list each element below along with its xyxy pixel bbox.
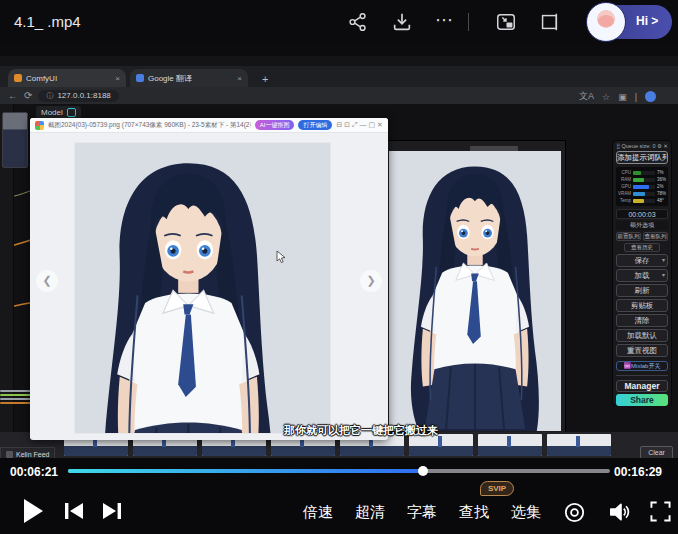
player-control-bar: 00:06:21 00:16:29 倍速 超清 字幕 查找 SVIP 选集	[0, 458, 678, 534]
tab-label: ComfyUI	[26, 74, 111, 83]
image-viewer-window: 截图2024(03)-05739.png (707×743像素 960KB) -…	[30, 118, 388, 440]
share-button[interactable]: Share	[616, 394, 668, 406]
view-queue-button[interactable]: 查看队列	[643, 232, 668, 241]
tab-close-icon[interactable]: ×	[237, 74, 242, 83]
more-options-icon[interactable]: ⋯	[435, 9, 457, 31]
video-player: 4.1_ .mp4 ⋯	[0, 0, 678, 534]
next-image-chevron[interactable]: ❯	[360, 270, 382, 292]
refresh-button[interactable]: 刷新	[616, 284, 668, 297]
save-button[interactable]: 保存▾	[616, 254, 668, 267]
url-box[interactable]: ⓘ 127.0.0.1:8188	[38, 90, 118, 102]
toolbar-divider	[468, 13, 469, 31]
open-edit-button[interactable]: 打开编辑	[298, 120, 332, 130]
volume-icon[interactable]	[608, 501, 631, 523]
share-icon[interactable]	[347, 11, 369, 33]
total-time: 00:16:29	[614, 465, 662, 479]
picture-in-picture-icon[interactable]	[495, 11, 517, 33]
viewed-photo[interactable]	[75, 143, 330, 433]
chevron-down-icon[interactable]: ▾	[662, 270, 665, 281]
load-button[interactable]: 加载▾	[616, 269, 668, 282]
mouse-cursor	[276, 250, 286, 264]
danmaku-ring-icon[interactable]	[564, 502, 585, 523]
profile-divider: |	[635, 92, 637, 102]
tab-google-translate[interactable]: Google 翻译 ×	[130, 69, 248, 87]
current-time: 00:06:21	[10, 465, 58, 479]
browser-profile-avatar[interactable]	[645, 91, 656, 102]
episodes-button[interactable]: 选集	[511, 503, 541, 522]
load-default-button[interactable]: 加载默认	[616, 329, 668, 342]
model-chip-label: Model	[41, 108, 63, 117]
translate-icon[interactable]: 文A	[579, 90, 594, 103]
fullscreen-icon[interactable]	[650, 501, 671, 522]
feed-chip-icon	[6, 451, 13, 458]
play-button[interactable]	[22, 498, 44, 524]
previous-image-chevron[interactable]: ❮	[36, 270, 58, 292]
site-info-icon[interactable]: ⓘ	[46, 92, 53, 99]
clear-button[interactable]: 清除	[616, 314, 668, 327]
url-text: 127.0.0.1:8188	[57, 91, 110, 100]
filmstrip-thumb[interactable]	[478, 434, 542, 456]
subtitle-button[interactable]: 字幕	[407, 503, 437, 522]
extensions-icon[interactable]: ▣	[618, 92, 627, 102]
tab-label: Google 翻译	[148, 73, 233, 84]
queue-size-label: Queue size: 0	[622, 143, 656, 149]
next-episode-button[interactable]	[102, 502, 122, 520]
model-chip-icon	[67, 108, 76, 117]
avatar-face	[598, 15, 614, 27]
mini-window-icon[interactable]	[538, 11, 560, 33]
ai-cutout-button[interactable]: AI一键抠图	[255, 120, 295, 130]
player-top-bar: 4.1_ .mp4 ⋯	[0, 0, 678, 44]
chevron-down-icon[interactable]: ▾	[662, 255, 665, 266]
elapsed-timer: 00:00:03	[616, 209, 668, 219]
speed-button[interactable]: 倍速	[303, 503, 333, 522]
viewer-window-controls[interactable]: ⊟ ⊡ ⤢ — ▢ ✕	[336, 121, 383, 129]
previous-episode-button[interactable]	[64, 502, 84, 520]
progress-knob[interactable]	[418, 466, 428, 476]
browser-tab-strip: ComfyUI × Google 翻译 × +	[0, 66, 678, 87]
account-label[interactable]: Hi >	[636, 14, 658, 28]
back-icon[interactable]: ←	[8, 91, 18, 101]
view-history-button[interactable]: 查看历史	[624, 243, 660, 252]
drag-handle-icon[interactable]: ⣿	[616, 143, 620, 149]
browser-address-bar: ← ⟳ ⓘ 127.0.0.1:8188 文A ☆ ▣ |	[0, 87, 678, 104]
clipboard-button[interactable]: 剪贴板	[616, 299, 668, 312]
queue-front-button[interactable]: 前置队列	[616, 232, 641, 241]
translate-favicon	[136, 74, 144, 82]
reset-view-button[interactable]: 重置视图	[616, 344, 668, 357]
mixlab-toggle-button[interactable]: ♾️Mixlab开关	[616, 361, 668, 371]
bookmark-star-icon[interactable]: ☆	[602, 92, 610, 102]
new-tab-button[interactable]: +	[262, 73, 268, 85]
panel-divider	[616, 375, 668, 376]
video-title: 4.1_ .mp4	[14, 13, 81, 30]
progress-track[interactable]	[68, 469, 610, 473]
download-icon[interactable]	[391, 11, 413, 33]
quality-button[interactable]: 超清	[355, 503, 385, 522]
svip-badge: SVIP	[480, 481, 514, 496]
resource-monitor: CPU7% RAM36% GPU2% VRAM78% Temp48°	[616, 167, 668, 206]
feed-clear-button[interactable]: Clear	[640, 446, 673, 458]
tab-comfyui[interactable]: ComfyUI ×	[8, 69, 126, 87]
video-subtitle: 那你就可以把它一键把它搬过来	[284, 423, 438, 438]
extra-options[interactable]: 额外选项	[616, 221, 668, 230]
comfyui-favicon	[14, 74, 22, 82]
filmstrip-thumb[interactable]	[547, 434, 611, 456]
comfyui-menu-panel: ⣿ Queue size: 0 ⚙ ✕ 添加提示词队列 CPU7% RAM36%…	[612, 140, 672, 406]
viewer-title-text: 截图2024(03)-05739.png (707×743像素 960KB) -…	[48, 121, 251, 130]
refresh-icon[interactable]: ⟳	[24, 91, 32, 101]
video-frame[interactable]: ComfyUI × Google 翻译 × + ← ⟳ ⓘ 127.0.0.1:…	[0, 56, 678, 458]
manager-button[interactable]: Manager	[616, 380, 668, 392]
node-image-thumbnail[interactable]	[2, 112, 28, 168]
address-bar-actions: 文A ☆ ▣ |	[579, 90, 656, 103]
queue-prompt-button[interactable]: 添加提示词队列	[616, 151, 668, 164]
close-icon[interactable]: ✕	[663, 143, 668, 149]
generated-image-preview[interactable]	[389, 151, 561, 431]
search-button[interactable]: 查找	[459, 503, 489, 522]
settings-gear-icon[interactable]: ⚙	[657, 143, 662, 149]
tab-close-icon[interactable]: ×	[115, 74, 120, 83]
progress-fill	[68, 469, 423, 473]
viewer-app-icon	[35, 121, 44, 130]
viewer-title-bar[interactable]: 截图2024(03)-05739.png (707×743像素 960KB) -…	[30, 118, 388, 133]
feed-chip: Kelin Feed	[0, 447, 55, 458]
feed-chip-label: Kelin Feed	[16, 451, 49, 458]
